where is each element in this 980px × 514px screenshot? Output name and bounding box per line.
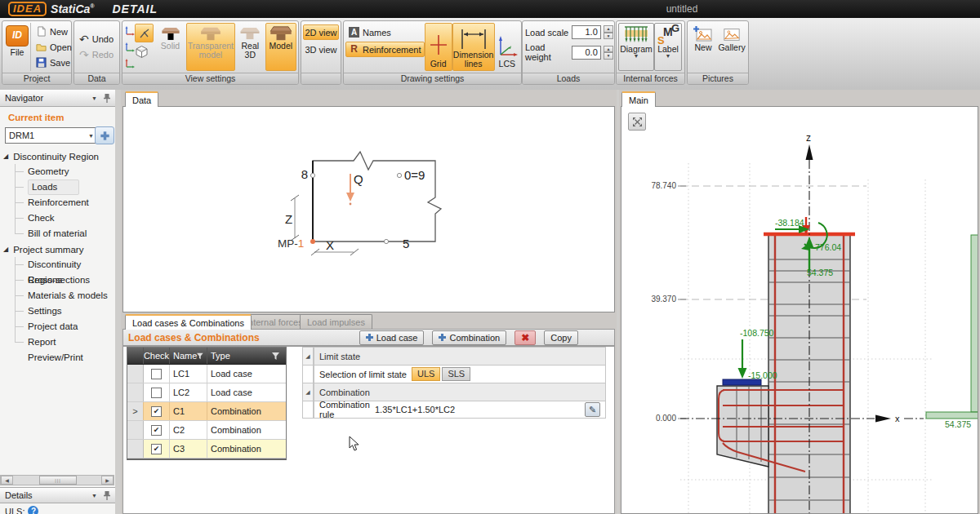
axis-view-xy-icon[interactable]	[124, 42, 135, 52]
sidebar-item-materials-models[interactable]: Materials & models	[3, 288, 114, 304]
z-axis-label: z	[806, 132, 811, 144]
filter-icon[interactable]	[197, 352, 203, 360]
diagram-button[interactable]: Diagram▼	[618, 23, 654, 71]
real-3d-button[interactable]: Real 3D	[235, 23, 265, 71]
save-floppy-icon	[36, 57, 47, 68]
ribbon-group-project: ID File New Open Save Project	[2, 20, 72, 85]
navigator-title: Navigator	[5, 90, 43, 106]
table-row[interactable]: ✔ C2 Combination	[127, 421, 286, 440]
navigator-pin-icon[interactable]	[104, 94, 110, 103]
dimension-lines-button[interactable]: Dimension lines	[452, 23, 495, 71]
sidebar-item-discontinuity-regions[interactable]: Discontinuity Regions	[3, 257, 114, 273]
load-scale-spinner[interactable]: ▲▼	[604, 25, 613, 39]
load-weight-spinner[interactable]: ▲▼	[604, 46, 613, 60]
sidebar-item-bill-of-material[interactable]: Bill of material	[3, 226, 114, 241]
tree-group-project-summary[interactable]: ◢ Project summary	[3, 241, 114, 257]
transparent-model-button[interactable]: Transparent model	[186, 23, 235, 71]
collapse-triangle-icon[interactable]: ◢	[302, 383, 314, 401]
axonometry-button[interactable]	[135, 24, 154, 42]
model-button[interactable]: Model	[265, 23, 296, 71]
sidebar-item-project-data[interactable]: Project data	[3, 319, 114, 335]
view-2d-button[interactable]: 2D view	[303, 24, 339, 40]
details-collapse-icon[interactable]: ▼	[91, 494, 97, 498]
filter-icon[interactable]	[272, 352, 279, 360]
sls-toggle[interactable]: SLS	[442, 367, 470, 381]
expander-icon[interactable]: ◢	[3, 246, 8, 253]
col-type[interactable]: Type	[207, 348, 283, 364]
load-scale-input[interactable]: 1.0	[572, 25, 601, 39]
axis-view-yz-icon[interactable]	[124, 58, 135, 69]
limit-state-header[interactable]: ◢ Limit state	[302, 347, 606, 365]
axis-view-xz-icon[interactable]	[124, 25, 135, 36]
perspective-cube-icon[interactable]	[135, 45, 149, 59]
add-load-case-button[interactable]: Load case	[359, 330, 425, 345]
sidebar-item-geometry[interactable]: Geometry	[3, 164, 114, 179]
label-button[interactable]: S M G Label▼	[654, 23, 682, 71]
grid-button[interactable]: Grid	[425, 23, 452, 71]
col-check[interactable]: Check	[144, 348, 170, 364]
picture-new-button[interactable]: New	[689, 23, 717, 71]
sketch-canvas[interactable]: 8 0=9 5 Q Z X MP-1	[122, 106, 615, 312]
scroll-left-icon[interactable]: ◀	[1, 476, 13, 485]
names-toggle[interactable]: A Names	[345, 24, 425, 40]
sidebar-item-check[interactable]: Check	[3, 210, 114, 226]
checkbox-checked[interactable]: ✔	[151, 425, 162, 436]
load-weight-input[interactable]: 0.0	[572, 46, 601, 60]
add-combination-button[interactable]: Combination	[432, 330, 506, 345]
table-row[interactable]: LC2 Load case	[127, 383, 286, 402]
lcs-button[interactable]: LCS	[495, 23, 519, 71]
tree-group-discontinuity-region[interactable]: ◢ Discontinuity Region	[3, 148, 114, 164]
load-cases-toolbar: Load cases & Combinations Load case Comb…	[122, 329, 615, 346]
main-drawing-canvas[interactable]: 78.740 39.370 0.000 54.375	[621, 106, 978, 514]
expander-icon[interactable]: ◢	[3, 153, 8, 160]
sketch-x-dim: X	[326, 238, 334, 252]
redo-button[interactable]: ↷Redo	[76, 47, 117, 63]
checkbox-unchecked[interactable]	[151, 369, 162, 379]
combination-header[interactable]: ◢ Combination	[302, 383, 606, 401]
scroll-right-icon[interactable]: ▶	[101, 476, 114, 485]
collapse-triangle-icon[interactable]: ◢	[302, 347, 314, 365]
gallery-button[interactable]: Gallery	[717, 23, 746, 71]
table-row-hovered[interactable]: ✔ C3 Combination	[127, 440, 286, 459]
fit-view-button[interactable]	[628, 113, 646, 131]
checkbox-unchecked[interactable]	[151, 388, 162, 398]
col-name[interactable]: Name	[170, 348, 207, 364]
details-header[interactable]: Details ▼	[0, 487, 115, 503]
solid-button[interactable]: Solid	[154, 23, 185, 71]
sidebar-item-cross-sections[interactable]: Cross-sections	[3, 273, 114, 288]
scrollbar-thumb[interactable]: |||	[39, 476, 76, 485]
tab-data[interactable]: Data	[125, 91, 158, 107]
checkbox-checked[interactable]: ✔	[151, 406, 162, 417]
file-icon: ID	[6, 25, 29, 47]
details-pin-icon[interactable]	[104, 491, 110, 500]
delete-button[interactable]: ✖	[514, 330, 536, 345]
panel-splitter-left[interactable]	[115, 90, 121, 514]
load-value-right: 54.375	[945, 419, 971, 429]
navigator-collapse-icon[interactable]: ▼	[91, 96, 97, 100]
open-button[interactable]: Open	[33, 39, 75, 55]
new-button[interactable]: New	[33, 24, 75, 39]
uls-toggle[interactable]: ULS	[412, 367, 440, 381]
copy-button[interactable]: Copy	[544, 330, 578, 345]
navigator-hscrollbar[interactable]: ◀ ||| ▶	[0, 475, 114, 485]
current-item-select[interactable]: DRM1▼	[5, 127, 98, 144]
sidebar-item-reinforcement[interactable]: Reinforcement	[3, 195, 114, 210]
sidebar-item-loads[interactable]: Loads	[3, 179, 114, 195]
tab-load-cases-combinations[interactable]: Load cases & Combinations	[125, 314, 252, 330]
help-question-icon[interactable]: ?	[28, 506, 38, 514]
add-item-button[interactable]	[95, 126, 114, 144]
tab-load-impulses[interactable]: Load impulses	[300, 314, 372, 330]
checkbox-checked[interactable]: ✔	[151, 444, 162, 454]
table-row-selected[interactable]: ˃ ✔ C1 Combination	[127, 402, 286, 421]
tab-main[interactable]: Main	[621, 91, 656, 107]
sidebar-item-settings[interactable]: Settings	[3, 304, 114, 319]
edit-rule-button[interactable]: ✎	[585, 402, 600, 417]
table-row[interactable]: LC1 Load case	[127, 365, 286, 383]
view-3d-button[interactable]: 3D view	[303, 42, 339, 57]
reinforcement-toggle[interactable]: R Reinforcement	[345, 42, 425, 57]
sidebar-item-report-preview[interactable]: Report Preview/Print	[3, 335, 114, 350]
navigator-header[interactable]: Navigator ▼	[0, 90, 115, 107]
file-button[interactable]: ID File	[4, 23, 30, 71]
undo-button[interactable]: ↶Undo	[76, 32, 117, 47]
save-button[interactable]: Save	[33, 55, 75, 70]
